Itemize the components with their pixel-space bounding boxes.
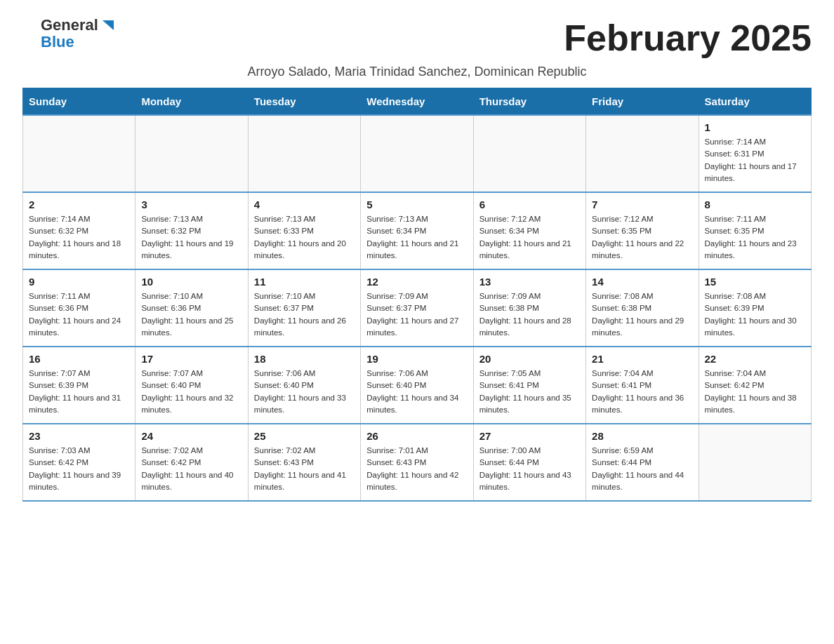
day-info: Sunrise: 7:02 AMSunset: 6:42 PMDaylight:… bbox=[141, 445, 241, 493]
calendar-day-cell: 2Sunrise: 7:14 AMSunset: 6:32 PMDaylight… bbox=[23, 192, 135, 269]
day-info: Sunrise: 7:10 AMSunset: 6:37 PMDaylight:… bbox=[254, 290, 355, 339]
day-number: 18 bbox=[254, 353, 355, 365]
day-number: 4 bbox=[254, 199, 355, 210]
page-header: General Blue February 2025 bbox=[22, 17, 812, 59]
day-info: Sunrise: 7:12 AMSunset: 6:34 PMDaylight:… bbox=[479, 213, 580, 262]
calendar-week-row: 23Sunrise: 7:03 AMSunset: 6:42 PMDayligh… bbox=[23, 424, 812, 501]
calendar-day-cell: 26Sunrise: 7:01 AMSunset: 6:43 PMDayligh… bbox=[361, 424, 473, 501]
calendar-day-cell: 15Sunrise: 7:08 AMSunset: 6:39 PMDayligh… bbox=[699, 269, 811, 347]
calendar-week-row: 16Sunrise: 7:07 AMSunset: 6:39 PMDayligh… bbox=[23, 347, 812, 424]
logo-blue-text: Blue bbox=[41, 33, 74, 51]
calendar-day-cell: 17Sunrise: 7:07 AMSunset: 6:40 PMDayligh… bbox=[135, 347, 248, 424]
calendar-day-cell: 3Sunrise: 7:13 AMSunset: 6:32 PMDaylight… bbox=[135, 192, 248, 269]
calendar-header-row: SundayMondayTuesdayWednesdayThursdayFrid… bbox=[23, 88, 812, 116]
calendar-day-header: Wednesday bbox=[361, 88, 473, 116]
logo-general-text: General bbox=[41, 17, 98, 34]
day-info: Sunrise: 7:04 AMSunset: 6:41 PMDaylight:… bbox=[592, 368, 692, 416]
day-info: Sunrise: 7:11 AMSunset: 6:35 PMDaylight:… bbox=[705, 213, 805, 262]
day-number: 13 bbox=[479, 276, 580, 288]
day-info: Sunrise: 7:08 AMSunset: 6:39 PMDaylight:… bbox=[705, 290, 805, 339]
svg-rect-0 bbox=[24, 25, 41, 41]
calendar-day-cell bbox=[23, 115, 135, 192]
day-number: 12 bbox=[366, 276, 467, 288]
calendar-day-cell bbox=[473, 115, 585, 192]
calendar-day-cell: 7Sunrise: 7:12 AMSunset: 6:35 PMDaylight… bbox=[586, 192, 699, 269]
calendar-day-header: Saturday bbox=[699, 88, 811, 116]
day-info: Sunrise: 7:06 AMSunset: 6:40 PMDaylight:… bbox=[254, 368, 355, 416]
calendar-day-header: Friday bbox=[586, 88, 699, 116]
calendar-day-cell: 20Sunrise: 7:05 AMSunset: 6:41 PMDayligh… bbox=[473, 347, 585, 424]
calendar-day-cell: 23Sunrise: 7:03 AMSunset: 6:42 PMDayligh… bbox=[23, 424, 135, 501]
calendar-table: SundayMondayTuesdayWednesdayThursdayFrid… bbox=[22, 88, 812, 502]
day-info: Sunrise: 7:08 AMSunset: 6:38 PMDaylight:… bbox=[592, 290, 692, 339]
day-info: Sunrise: 7:06 AMSunset: 6:40 PMDaylight:… bbox=[366, 368, 467, 416]
calendar-day-cell bbox=[248, 115, 360, 192]
day-info: Sunrise: 7:14 AMSunset: 6:31 PMDaylight:… bbox=[705, 136, 805, 185]
day-number: 24 bbox=[141, 430, 241, 442]
day-number: 25 bbox=[254, 430, 355, 442]
day-info: Sunrise: 7:01 AMSunset: 6:43 PMDaylight:… bbox=[366, 445, 467, 493]
day-number: 2 bbox=[29, 199, 129, 210]
calendar-day-cell: 9Sunrise: 7:11 AMSunset: 6:36 PMDaylight… bbox=[23, 269, 135, 347]
day-info: Sunrise: 7:09 AMSunset: 6:37 PMDaylight:… bbox=[366, 290, 467, 339]
calendar-day-cell: 1Sunrise: 7:14 AMSunset: 6:31 PMDaylight… bbox=[699, 115, 811, 192]
day-number: 6 bbox=[479, 199, 580, 210]
calendar-day-cell: 10Sunrise: 7:10 AMSunset: 6:36 PMDayligh… bbox=[135, 269, 248, 347]
day-number: 1 bbox=[705, 121, 805, 133]
calendar-day-header: Tuesday bbox=[248, 88, 360, 116]
calendar-day-cell bbox=[586, 115, 699, 192]
day-info: Sunrise: 7:11 AMSunset: 6:36 PMDaylight:… bbox=[29, 290, 129, 339]
subtitle: Arroyo Salado, Maria Trinidad Sanchez, D… bbox=[22, 65, 812, 79]
day-number: 9 bbox=[29, 276, 129, 288]
calendar-day-cell bbox=[135, 115, 248, 192]
day-info: Sunrise: 7:07 AMSunset: 6:40 PMDaylight:… bbox=[141, 368, 241, 416]
day-number: 14 bbox=[592, 276, 692, 288]
logo: General Blue bbox=[22, 17, 115, 51]
day-number: 21 bbox=[592, 353, 692, 365]
calendar-day-cell: 6Sunrise: 7:12 AMSunset: 6:34 PMDaylight… bbox=[473, 192, 585, 269]
calendar-day-cell: 11Sunrise: 7:10 AMSunset: 6:37 PMDayligh… bbox=[248, 269, 360, 347]
day-info: Sunrise: 7:03 AMSunset: 6:42 PMDaylight:… bbox=[29, 445, 129, 493]
day-number: 17 bbox=[141, 353, 241, 365]
logo-triangle-icon bbox=[100, 18, 115, 33]
calendar-day-cell: 12Sunrise: 7:09 AMSunset: 6:37 PMDayligh… bbox=[361, 269, 473, 347]
calendar-week-row: 1Sunrise: 7:14 AMSunset: 6:31 PMDaylight… bbox=[23, 115, 812, 192]
day-number: 8 bbox=[705, 199, 805, 210]
calendar-week-row: 2Sunrise: 7:14 AMSunset: 6:32 PMDaylight… bbox=[23, 192, 812, 269]
day-info: Sunrise: 7:12 AMSunset: 6:35 PMDaylight:… bbox=[592, 213, 692, 262]
day-info: Sunrise: 7:05 AMSunset: 6:41 PMDaylight:… bbox=[479, 368, 580, 416]
day-number: 11 bbox=[254, 276, 355, 288]
calendar-day-header: Sunday bbox=[23, 88, 135, 116]
day-number: 15 bbox=[705, 276, 805, 288]
calendar-week-row: 9Sunrise: 7:11 AMSunset: 6:36 PMDaylight… bbox=[23, 269, 812, 347]
day-number: 26 bbox=[366, 430, 467, 442]
calendar-day-cell: 21Sunrise: 7:04 AMSunset: 6:41 PMDayligh… bbox=[586, 347, 699, 424]
day-info: Sunrise: 7:00 AMSunset: 6:44 PMDaylight:… bbox=[479, 445, 580, 493]
day-info: Sunrise: 7:07 AMSunset: 6:39 PMDaylight:… bbox=[29, 368, 129, 416]
calendar-day-header: Monday bbox=[135, 88, 248, 116]
day-number: 16 bbox=[29, 353, 129, 365]
day-info: Sunrise: 7:04 AMSunset: 6:42 PMDaylight:… bbox=[705, 368, 805, 416]
day-number: 10 bbox=[141, 276, 241, 288]
calendar-day-cell: 16Sunrise: 7:07 AMSunset: 6:39 PMDayligh… bbox=[23, 347, 135, 424]
calendar-day-cell: 4Sunrise: 7:13 AMSunset: 6:33 PMDaylight… bbox=[248, 192, 360, 269]
calendar-day-cell: 13Sunrise: 7:09 AMSunset: 6:38 PMDayligh… bbox=[473, 269, 585, 347]
day-info: Sunrise: 7:13 AMSunset: 6:34 PMDaylight:… bbox=[366, 213, 467, 262]
calendar-day-cell: 19Sunrise: 7:06 AMSunset: 6:40 PMDayligh… bbox=[361, 347, 473, 424]
calendar-day-header: Thursday bbox=[473, 88, 585, 116]
day-info: Sunrise: 7:13 AMSunset: 6:32 PMDaylight:… bbox=[141, 213, 241, 262]
day-number: 5 bbox=[366, 199, 467, 210]
day-info: Sunrise: 7:13 AMSunset: 6:33 PMDaylight:… bbox=[254, 213, 355, 262]
day-info: Sunrise: 7:02 AMSunset: 6:43 PMDaylight:… bbox=[254, 445, 355, 493]
logo-icon bbox=[24, 25, 41, 41]
day-number: 27 bbox=[479, 430, 580, 442]
calendar-day-cell: 14Sunrise: 7:08 AMSunset: 6:38 PMDayligh… bbox=[586, 269, 699, 347]
day-info: Sunrise: 7:14 AMSunset: 6:32 PMDaylight:… bbox=[29, 213, 129, 262]
day-number: 20 bbox=[479, 353, 580, 365]
day-number: 23 bbox=[29, 430, 129, 442]
calendar-day-cell: 25Sunrise: 7:02 AMSunset: 6:43 PMDayligh… bbox=[248, 424, 360, 501]
calendar-day-cell: 24Sunrise: 7:02 AMSunset: 6:42 PMDayligh… bbox=[135, 424, 248, 501]
calendar-day-cell: 22Sunrise: 7:04 AMSunset: 6:42 PMDayligh… bbox=[699, 347, 811, 424]
calendar-day-cell: 5Sunrise: 7:13 AMSunset: 6:34 PMDaylight… bbox=[361, 192, 473, 269]
day-number: 7 bbox=[592, 199, 692, 210]
